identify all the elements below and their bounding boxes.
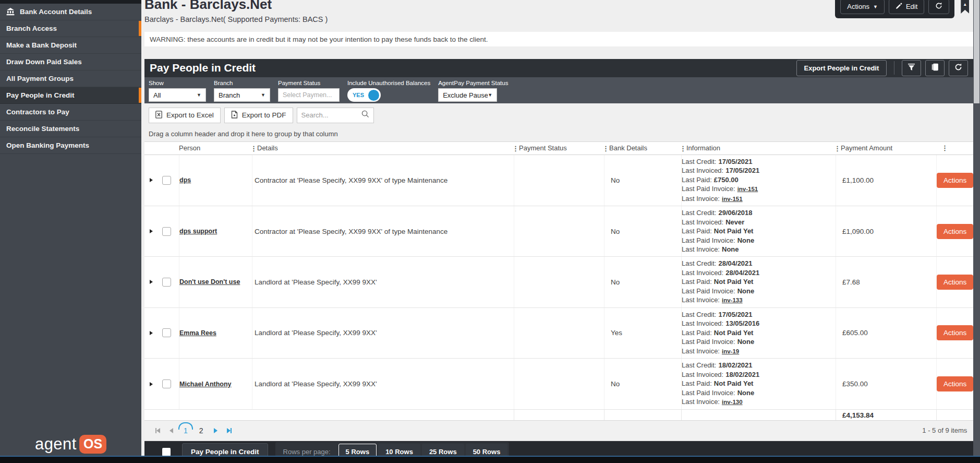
- sidebar-item-bank-account-details[interactable]: Bank Account Details: [0, 4, 141, 20]
- details-text: Landlord at 'Please Specify, XX99 9XX': [252, 278, 377, 286]
- info-value: £750.00: [714, 176, 739, 184]
- info-block: Last Credit:28/04/2021 Last Invoiced:28/…: [682, 256, 759, 308]
- logo-text-os: OS: [79, 435, 106, 454]
- sidebar-item-label: Reconcile Statements: [6, 125, 79, 133]
- invoice-link[interactable]: inv-19: [722, 348, 739, 354]
- filter-include-unauthorised: Include Unauthorised Balances YES: [347, 80, 430, 103]
- info-value: 28/04/2021: [718, 259, 752, 267]
- column-header-payment-amount[interactable]: ⋮ Payment Amount: [836, 142, 936, 155]
- page-button-1[interactable]: 1: [184, 426, 188, 435]
- row-expander-icon[interactable]: [150, 229, 153, 233]
- info-label: Last Paid Invoice:: [682, 287, 735, 295]
- column-header-details[interactable]: ⋮ Details: [252, 142, 514, 155]
- row-actions-button[interactable]: Actions: [937, 275, 973, 290]
- first-page-button[interactable]: [155, 428, 160, 433]
- vertical-scrollbar[interactable]: [973, 0, 980, 463]
- row-checkbox[interactable]: [162, 227, 171, 236]
- column-header-bank-details[interactable]: ⋮ Bank Details: [604, 142, 681, 155]
- info-value: Not Paid Yet: [714, 379, 754, 387]
- export-to-excel-button[interactable]: Export to Excel: [149, 108, 221, 123]
- export-toolbar: Export to Excel Export to PDF: [144, 103, 973, 126]
- row-actions-button[interactable]: Actions: [937, 376, 973, 391]
- export-people-in-credit-button[interactable]: Export People in Credit: [796, 60, 887, 76]
- column-header-person[interactable]: Person: [179, 142, 252, 155]
- refresh-grid-button[interactable]: [949, 60, 968, 76]
- person-link[interactable]: Emma Rees: [179, 329, 216, 337]
- sidebar-item-make-a-bank-deposit[interactable]: Make a Bank Deposit: [0, 37, 141, 54]
- person-link[interactable]: dps: [179, 176, 191, 184]
- sidebar-item-open-banking-payments[interactable]: Open Banking Payments: [0, 137, 141, 154]
- row-expander-icon[interactable]: [150, 382, 153, 386]
- info-label: Last Credit:: [682, 259, 716, 267]
- scrollbar-thumb[interactable]: [974, 0, 979, 103]
- info-value: 18/02/2021: [718, 361, 752, 369]
- column-header-information[interactable]: ⋮ Information: [681, 142, 836, 155]
- last-page-button[interactable]: [227, 428, 232, 433]
- invoice-link[interactable]: inv-133: [722, 297, 743, 303]
- column-menu-icon[interactable]: ⋮: [834, 144, 841, 152]
- row-checkbox[interactable]: [162, 328, 171, 337]
- info-label: Last Paid Invoice:: [682, 338, 735, 346]
- sidebar-item-reconcile-statements[interactable]: Reconcile Statements: [0, 121, 141, 137]
- include-unauthorised-toggle[interactable]: YES: [347, 88, 381, 102]
- show-dropdown[interactable]: All ▼: [149, 88, 206, 102]
- branch-dropdown[interactable]: Branch ▼: [214, 88, 270, 102]
- row-expander-icon[interactable]: [150, 280, 153, 284]
- previous-page-button[interactable]: [170, 428, 173, 433]
- chevron-down-icon: ▼: [261, 92, 265, 98]
- row-actions-button[interactable]: Actions: [937, 173, 973, 188]
- info-block: Last Credit:18/02/2021 Last Invoiced:18/…: [682, 358, 759, 410]
- show-dropdown-value: All: [153, 91, 161, 99]
- columns-button[interactable]: [925, 60, 945, 76]
- row-checkbox[interactable]: [162, 278, 171, 287]
- sidebar-item-draw-down-paid-sales[interactable]: Draw Down Paid Sales: [0, 54, 141, 70]
- row-expander-icon[interactable]: [150, 331, 153, 335]
- column-menu-icon[interactable]: ⋮: [602, 144, 609, 152]
- main-content: Bank - Barclays.Net Barclays - Barclays.…: [141, 0, 973, 463]
- info-block: Last Credit:17/05/2021 Last Invoiced:13/…: [682, 307, 759, 360]
- next-page-button[interactable]: [214, 428, 217, 433]
- filter-button[interactable]: [902, 60, 921, 76]
- info-value: Not Paid Yet: [714, 329, 754, 337]
- column-menu-icon[interactable]: ⋮: [512, 144, 519, 152]
- refresh-icon: [954, 63, 962, 73]
- export-to-pdf-button[interactable]: Export to PDF: [224, 108, 293, 123]
- payment-status-input[interactable]: [283, 91, 335, 99]
- row-checkbox[interactable]: [162, 176, 171, 185]
- column-header-payment-status[interactable]: ⋮ Payment Status: [514, 142, 604, 155]
- edit-button[interactable]: Edit: [889, 0, 924, 14]
- actions-dropdown-button[interactable]: Actions ▼: [840, 0, 885, 14]
- invoice-link[interactable]: inv-151: [737, 186, 758, 192]
- export-pdf-label: Export to PDF: [242, 111, 286, 119]
- invoice-link[interactable]: inv-151: [722, 196, 743, 202]
- sidebar-item-all-payment-groups[interactable]: All Payment Groups: [0, 70, 141, 87]
- chevron-down-icon: ▼: [488, 92, 492, 98]
- column-menu-icon[interactable]: ⋮: [941, 144, 948, 152]
- branch-dropdown-value: Branch: [219, 91, 240, 99]
- column-menu-icon[interactable]: ⋮: [250, 144, 257, 152]
- payment-amount-text: £1,100.00: [836, 176, 874, 184]
- info-label: Last Invoiced:: [682, 319, 723, 327]
- sidebar-item-contractors-to-pay[interactable]: Contractors to Pay: [0, 104, 141, 121]
- search-input[interactable]: [301, 111, 361, 119]
- column-menu-icon[interactable]: ⋮: [680, 144, 686, 152]
- agentpay-dropdown[interactable]: Exclude Paused P... ▼: [438, 88, 497, 102]
- filter-funnel-icon: [908, 64, 915, 73]
- sidebar-item-pay-people-in-credit[interactable]: Pay People in Credit: [0, 87, 141, 104]
- refresh-button[interactable]: [928, 0, 949, 14]
- person-link[interactable]: Michael Anthony: [179, 381, 232, 388]
- grid-header-row: Person ⋮ Details ⋮ Payment Status ⋮ Bank…: [144, 141, 973, 155]
- sidebar-item-label: Draw Down Paid Sales: [6, 58, 82, 66]
- bank-details-text: No: [604, 380, 620, 388]
- row-expander-icon[interactable]: [150, 178, 153, 182]
- person-link[interactable]: Don't use Don't use: [179, 278, 240, 286]
- info-label: Last Credit:: [682, 158, 716, 165]
- footer-checkbox[interactable]: [162, 448, 171, 456]
- row-actions-button[interactable]: Actions: [937, 224, 973, 239]
- invoice-link[interactable]: inv-130: [722, 399, 743, 405]
- row-actions-button[interactable]: Actions: [937, 325, 973, 340]
- row-checkbox[interactable]: [162, 379, 171, 388]
- sidebar-item-branch-access[interactable]: Branch Access: [0, 20, 141, 37]
- person-link[interactable]: dps support: [179, 228, 217, 235]
- page-button-2[interactable]: 2: [199, 426, 203, 435]
